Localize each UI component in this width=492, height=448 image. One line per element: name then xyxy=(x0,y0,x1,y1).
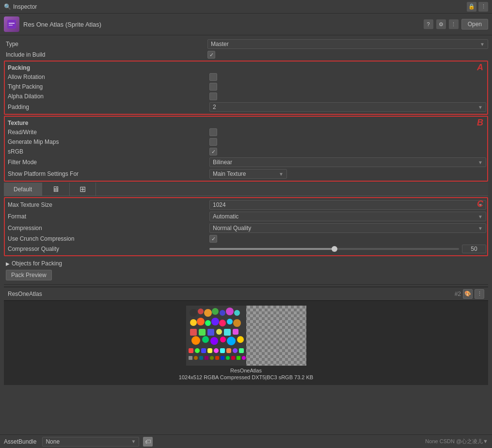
quality-slider-value[interactable]: 50 xyxy=(462,245,486,253)
svg-rect-43 xyxy=(189,356,192,360)
svg-rect-27 xyxy=(233,329,238,335)
atlas-menu-btn[interactable]: ⋮ xyxy=(475,289,484,299)
padding-dropdown[interactable]: 2 ▼ xyxy=(209,102,486,112)
alpha-dilation-value xyxy=(209,93,486,100)
svg-point-20 xyxy=(227,319,233,324)
tight-packing-row: Tight Packing xyxy=(6,82,486,92)
compressor-quality-slider[interactable]: 50 xyxy=(209,245,486,253)
svg-point-28 xyxy=(191,336,200,345)
svg-point-29 xyxy=(202,336,209,343)
max-texture-value-container[interactable]: 1024 ▼ xyxy=(209,200,486,210)
svg-point-14 xyxy=(234,310,240,316)
tag-icon[interactable]: 🏷 xyxy=(143,437,153,447)
format-label: Format xyxy=(6,213,209,220)
compressor-quality-row: Compressor Quality 50 xyxy=(6,244,486,254)
svg-point-30 xyxy=(210,337,218,345)
generate-mip-label: Generate Mip Maps xyxy=(6,139,209,145)
allow-rotation-value xyxy=(209,73,486,81)
inspector-icon: 🔍 xyxy=(4,3,11,10)
show-platform-row: Show Platform Settings For Main Texture … xyxy=(6,168,486,180)
red-letter-b: B xyxy=(477,118,483,128)
pack-preview-button[interactable]: Pack Preview xyxy=(6,270,52,280)
compression-dropdown[interactable]: Normal Quality ▼ xyxy=(209,223,486,233)
svg-rect-52 xyxy=(237,356,240,360)
open-button[interactable]: Open xyxy=(461,19,488,30)
quality-slider-container[interactable]: 50 xyxy=(209,245,486,253)
padding-value-container[interactable]: 2 ▼ xyxy=(209,102,486,112)
padding-row: Padding 2 ▼ xyxy=(6,101,486,113)
platform-settings-section: C Max Texture Size 1024 ▼ Format Auto xyxy=(4,197,488,256)
tab-monitor[interactable]: 🖥 xyxy=(42,183,70,196)
generate-mip-checkbox[interactable] xyxy=(209,138,217,146)
svg-rect-26 xyxy=(224,329,231,336)
atlas-image-container xyxy=(186,306,306,366)
crunch-label: Use Crunch Compression xyxy=(6,235,209,242)
help-button[interactable]: ? xyxy=(424,19,433,29)
filter-mode-value-container[interactable]: Bilinear ▼ xyxy=(209,157,486,167)
quality-slider-track[interactable] xyxy=(209,248,459,250)
type-value-container[interactable]: Master ▼ xyxy=(207,39,488,49)
svg-point-10 xyxy=(204,309,212,317)
svg-rect-24 xyxy=(207,329,214,336)
platform-dropdown[interactable]: Main Texture ▼ xyxy=(209,169,287,179)
crunch-checkbox[interactable] xyxy=(209,235,217,243)
atlas-info-line: 1024x512 RGBA Compressed DXT5|BC3 sRGB 7… xyxy=(179,374,313,380)
svg-rect-34 xyxy=(189,348,193,353)
svg-point-21 xyxy=(233,319,241,327)
svg-rect-47 xyxy=(210,356,214,360)
svg-point-11 xyxy=(212,308,219,315)
compression-value-container[interactable]: Normal Quality ▼ xyxy=(209,223,486,233)
svg-rect-49 xyxy=(221,356,224,360)
include-build-value xyxy=(207,51,488,59)
filter-dropdown-arrow: ▼ xyxy=(478,160,483,165)
include-build-checkbox[interactable] xyxy=(207,51,215,59)
show-platform-label: Show Platform Settings For xyxy=(6,170,209,177)
crunch-row: Use Crunch Compression xyxy=(6,234,486,244)
svg-point-31 xyxy=(220,337,226,342)
lock-button[interactable]: 🔒 xyxy=(467,2,476,12)
quality-slider-thumb[interactable] xyxy=(332,246,337,252)
platform-tabs: Default 🖥 ⊞ xyxy=(4,183,488,196)
asset-bundle-dropdown[interactable]: None ▼ xyxy=(42,437,139,447)
filter-mode-dropdown[interactable]: Bilinear ▼ xyxy=(209,157,486,167)
atlas-name: ResOneAtlas xyxy=(8,291,455,297)
svg-point-17 xyxy=(205,320,211,326)
tight-packing-label: Tight Packing xyxy=(6,83,209,90)
settings-button[interactable]: ⚙ xyxy=(436,19,446,29)
allow-rotation-row: Allow Rotation xyxy=(6,72,486,82)
generate-mip-value xyxy=(209,138,486,146)
srgb-value xyxy=(209,148,486,155)
svg-point-12 xyxy=(220,310,225,316)
platform-dropdown-container: Main Texture ▼ xyxy=(209,169,486,179)
tab-default[interactable]: Default xyxy=(4,183,42,196)
type-dropdown[interactable]: Master ▼ xyxy=(207,39,488,49)
packing-section: A Packing Allow Rotation Tight Packing A… xyxy=(4,61,488,115)
menu-button[interactable]: ⋮ xyxy=(478,2,488,12)
asset-bundle-arrow: ▼ xyxy=(131,439,136,444)
tab-grid[interactable]: ⊞ xyxy=(70,183,96,196)
tight-packing-checkbox[interactable] xyxy=(209,83,217,91)
max-texture-label: Max Texture Size xyxy=(6,201,209,208)
atlas-color-btn[interactable]: 🎨 xyxy=(463,289,473,299)
allow-rotation-checkbox[interactable] xyxy=(209,73,217,81)
format-value-container[interactable]: Automatic ▼ xyxy=(209,212,486,221)
asset-icon xyxy=(4,16,19,32)
srgb-checkbox[interactable] xyxy=(209,148,217,155)
objects-header: ▶ Objects for Packing xyxy=(6,259,486,268)
grid-icon: ⊞ xyxy=(79,185,86,194)
alpha-dilation-checkbox[interactable] xyxy=(209,93,217,100)
svg-point-19 xyxy=(219,320,226,326)
divider xyxy=(4,284,488,285)
monitor-icon: 🖥 xyxy=(52,185,60,194)
max-texture-dropdown[interactable]: 1024 ▼ xyxy=(209,200,486,210)
svg-rect-46 xyxy=(205,356,208,360)
crunch-value xyxy=(209,235,486,243)
allow-rotation-label: Allow Rotation xyxy=(6,74,209,80)
read-write-checkbox[interactable] xyxy=(209,128,217,136)
texture-label: Texture xyxy=(6,118,486,127)
objects-label: Objects for Packing xyxy=(12,260,62,267)
format-dropdown[interactable]: Automatic ▼ xyxy=(209,212,486,221)
generate-mip-row: Generate Mip Maps xyxy=(6,137,486,147)
header-menu-button[interactable]: ⋮ xyxy=(449,19,459,29)
read-write-row: Read/Write xyxy=(6,127,486,137)
